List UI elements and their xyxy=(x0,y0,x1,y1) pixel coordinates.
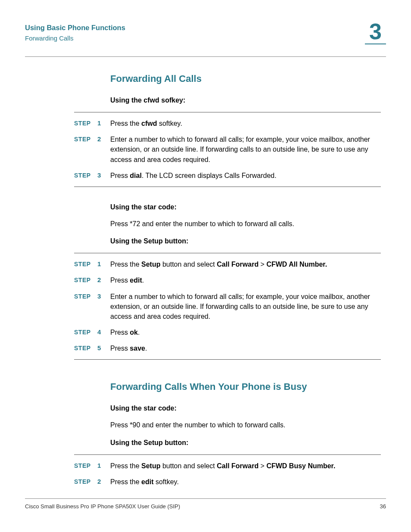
step-row: STEP2Enter a number to which to forward … xyxy=(74,134,381,165)
step-body: Press the edit softkey. xyxy=(110,477,381,487)
step-number: 4 xyxy=(97,327,110,337)
step-row: STEP1Press the cfwd softkey. xyxy=(74,118,381,128)
step-row: STEP1Press the Setup button and select C… xyxy=(74,461,381,471)
step-row: STEP1Press the Setup button and select C… xyxy=(74,259,381,269)
step-body: Press the Setup button and select Call F… xyxy=(110,461,381,471)
step-label: STEP xyxy=(74,275,97,284)
section-heading-forwarding-busy: Forwarding Calls When Your Phone is Busy xyxy=(110,381,381,392)
subheading-setup-all: Using the Setup button: xyxy=(110,237,381,245)
step-number: 1 xyxy=(97,461,110,470)
chapter-number: 3 xyxy=(369,20,382,43)
footer-title: Cisco Small Business Pro IP Phone SPA50X… xyxy=(25,503,180,510)
step-number: 2 xyxy=(97,477,110,486)
step-number: 1 xyxy=(97,259,110,269)
subheading-star-code-busy: Using the star code: xyxy=(110,404,381,412)
footer-rule xyxy=(25,498,386,499)
step-body: Press save. xyxy=(110,343,381,353)
step-label: STEP xyxy=(74,461,97,470)
step-label: STEP xyxy=(74,292,97,301)
step-label: STEP xyxy=(74,134,97,143)
step-body: Press edit. xyxy=(110,275,381,285)
step-label: STEP xyxy=(74,327,97,336)
step-body: Enter a number to which to forward all c… xyxy=(110,292,381,322)
step-body: Press the Setup button and select Call F… xyxy=(110,259,381,269)
step-body: Press the cfwd softkey. xyxy=(110,118,381,128)
section-heading-forwarding-all: Forwarding All Calls xyxy=(110,73,381,84)
body-star-code-all: Press *72 and enter the number to which … xyxy=(110,219,381,229)
step-label: STEP xyxy=(74,171,97,180)
step-row: STEP3Press dial. The LCD screen displays… xyxy=(74,171,381,180)
subheading-setup-busy: Using the Setup button: xyxy=(110,439,381,447)
step-row: STEP4Press ok. xyxy=(74,327,381,337)
step-row: STEP5Press save. xyxy=(74,343,381,353)
step-number: 2 xyxy=(97,134,110,144)
steps-list-cfwd: STEP1Press the cfwd softkey.STEP2Enter a… xyxy=(74,118,381,180)
step-row: STEP2Press edit. xyxy=(74,275,381,285)
divider xyxy=(74,359,381,360)
step-row: STEP3Enter a number to which to forward … xyxy=(74,292,381,322)
step-number: 3 xyxy=(97,292,110,301)
step-number: 5 xyxy=(97,343,110,353)
step-number: 3 xyxy=(97,171,110,180)
steps-list-setup-all: STEP1Press the Setup button and select C… xyxy=(74,259,381,353)
chapter-number-box: 3 xyxy=(365,20,386,44)
step-number: 2 xyxy=(97,275,110,285)
step-body: Enter a number to which to forward all c… xyxy=(110,134,381,165)
step-body: Press dial. The LCD screen displays Call… xyxy=(110,171,381,180)
page-header: Using Basic Phone Functions Forwarding C… xyxy=(25,24,386,44)
step-number: 1 xyxy=(97,118,110,128)
body-star-code-busy: Press *90 and enter the number to which … xyxy=(110,420,381,430)
page-footer: Cisco Small Business Pro IP Phone SPA50X… xyxy=(25,498,386,510)
divider xyxy=(74,112,381,112)
page-number: 36 xyxy=(380,503,386,510)
step-row: STEP2Press the edit softkey. xyxy=(74,477,381,487)
steps-list-setup-busy: STEP1Press the Setup button and select C… xyxy=(74,461,381,487)
chapter-title: Using Basic Phone Functions xyxy=(25,24,125,32)
step-label: STEP xyxy=(74,343,97,352)
breadcrumb: Forwarding Calls xyxy=(25,34,125,42)
step-label: STEP xyxy=(74,118,97,128)
step-label: STEP xyxy=(74,477,97,486)
step-label: STEP xyxy=(74,259,97,268)
subheading-cfwd-softkey: Using the cfwd sofkey: xyxy=(110,96,381,104)
divider xyxy=(74,187,381,187)
divider xyxy=(74,454,381,455)
divider xyxy=(74,253,381,253)
subheading-star-code-all: Using the star code: xyxy=(110,203,381,211)
step-body: Press ok. xyxy=(110,327,381,337)
